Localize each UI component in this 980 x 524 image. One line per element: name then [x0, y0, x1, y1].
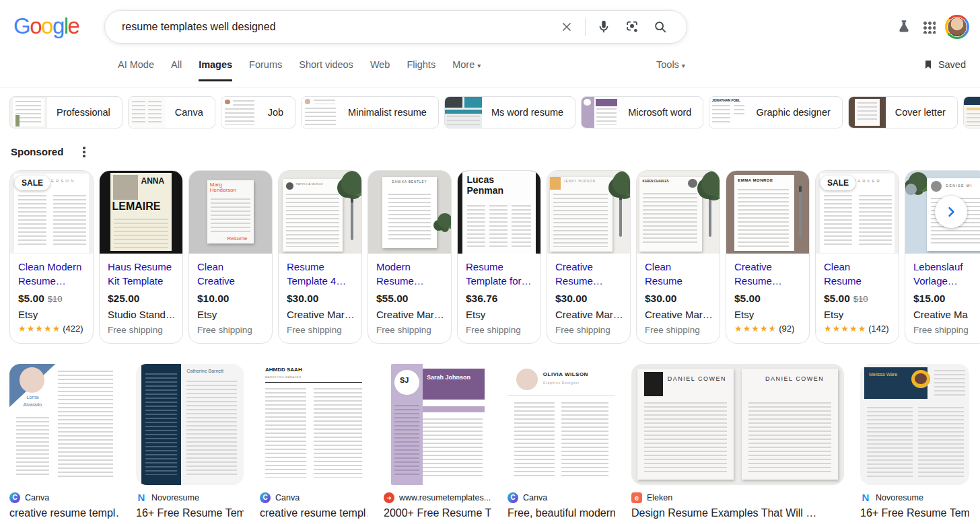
result-thumbnail[interactable]: OLIVIA WILSONGraphics Designer — [508, 364, 615, 485]
star-rating: ★★★★★ — [824, 324, 866, 334]
tab-more[interactable]: More▾ — [452, 59, 481, 81]
google-lens-icon[interactable] — [624, 19, 640, 35]
result-source[interactable]: CCanva — [260, 492, 368, 503]
tab-all[interactable]: All — [171, 59, 182, 81]
image-result[interactable]: AHMDD SAAHMARKETING MANAGERCCanvacreativ… — [260, 364, 368, 519]
result-source[interactable]: ➜www.resumetemplates.... — [384, 492, 491, 503]
tab-forums[interactable]: Forums — [249, 59, 282, 81]
site-favicon: N — [860, 492, 871, 503]
image-result[interactable]: LornaAlvaradoCCanvacreative resume templ… — [9, 364, 120, 519]
product-title-link[interactable]: Haus Resume Kit Template … — [108, 260, 174, 288]
header-right-icons — [895, 15, 969, 39]
thumb-art-rect — [964, 97, 980, 105]
search-labs-icon[interactable] — [895, 18, 913, 36]
result-source[interactable]: CCanva — [508, 492, 615, 503]
product-title-link[interactable]: Resume Template 4… — [287, 260, 353, 288]
result-title-link[interactable]: Free, beautiful modern… — [508, 507, 615, 519]
product-card[interactable]: DANIKA BENTLEYModern Resume…$55.00Creati… — [368, 170, 452, 344]
tab-label: Web — [370, 59, 390, 70]
tab-short-videos[interactable]: Short videos — [299, 59, 353, 81]
product-price: $36.76 — [466, 293, 532, 305]
related-chip-professional[interactable]: Professional — [9, 96, 123, 128]
thumb-art-rect — [967, 108, 980, 111]
header: Google resume templates well designed — [0, 0, 980, 59]
product-info: Creative Resume…$5.00Etsy★★★★★★(92) — [726, 254, 809, 342]
product-card[interactable]: EMMA MONROECreative Resume…$5.00Etsy★★★★… — [726, 170, 810, 344]
tab-flights[interactable]: Flights — [407, 59, 435, 81]
result-title-link[interactable]: 16+ Free Resume Tem… — [136, 507, 244, 519]
product-title-link[interactable]: Creative Resume… — [734, 260, 801, 288]
result-thumbnail[interactable]: AHMDD SAAHMARKETING MANAGER — [260, 364, 368, 485]
related-chip-canva[interactable]: Canva — [128, 96, 215, 128]
result-source[interactable]: NNovoresume — [860, 492, 969, 503]
result-source[interactable]: NNovoresume — [136, 492, 244, 503]
thumb-art-lines — [934, 370, 965, 397]
result-title-link[interactable]: creative resume templ… — [9, 507, 120, 519]
product-card[interactable]: PATRICIA MUNOZResume Template 4…$30.00Cr… — [278, 170, 362, 344]
image-result[interactable]: Sarah JohnsonSJ➜www.resumetemplates....2… — [384, 364, 491, 519]
image-result[interactable]: Catherine BarnettNNovoresume16+ Free Res… — [136, 364, 244, 519]
product-title-link[interactable]: Clean Creative Resume… — [197, 260, 264, 288]
related-chip-c[interactable]: C — [963, 96, 980, 128]
google-apps-icon[interactable] — [922, 20, 936, 34]
product-title-link[interactable]: Creative Resume… — [555, 260, 622, 288]
result-title-link[interactable]: 16+ Free Resume Tem… — [860, 507, 969, 519]
result-thumbnail[interactable]: LornaAlvarado — [9, 364, 120, 485]
search-input[interactable]: resume templates well designed — [105, 21, 553, 33]
result-title-link[interactable]: creative resume templ… — [260, 507, 368, 519]
result-title-link[interactable]: Design Resume Examples That Will … — [631, 507, 844, 519]
product-card[interactable]: JENNY HUDSONCreative Resume…$30.00Creati… — [547, 170, 631, 344]
product-title-link[interactable]: Clean Resume Template for… — [824, 260, 890, 288]
related-chip-cover-letter[interactable]: Cover letter — [848, 96, 958, 128]
tab-ai-mode[interactable]: AI Mode — [118, 59, 154, 81]
result-thumbnail[interactable]: Catherine Barnett — [136, 364, 244, 485]
product-card[interactable]: ANDERSONSALEClean Modern Resume…$5.00$10… — [9, 170, 94, 344]
product-title-link[interactable]: Resume Template for… — [466, 260, 532, 288]
search-submit-icon[interactable] — [652, 19, 668, 35]
tab-web[interactable]: Web — [370, 59, 390, 81]
related-chip-minimalist-resume[interactable]: Minimalist resume — [301, 96, 439, 128]
shipping-info: Free shipping — [108, 325, 174, 335]
microphone-icon[interactable] — [596, 19, 612, 35]
thumb-art-text: Alvarado — [16, 402, 49, 407]
thumb-art-lines — [859, 195, 892, 246]
product-card[interactable]: KAREN CHARLESClean Resume Template 4…$30… — [636, 170, 720, 344]
star-icon: ★ — [841, 324, 849, 334]
carousel-next-button[interactable] — [935, 196, 967, 228]
tab-label: Short videos — [299, 59, 353, 70]
product-card[interactable]: ANNALEMAIREHaus Resume Kit Template …$25… — [99, 170, 183, 344]
image-result[interactable]: Melissa WareNNovoresume16+ Free Resume T… — [860, 364, 969, 519]
star-icon: ★ — [27, 324, 36, 334]
search-box[interactable]: resume templates well designed — [104, 10, 687, 44]
result-title-link[interactable]: 2000+ Free Resume T… — [384, 507, 491, 519]
tab-images[interactable]: Images — [199, 59, 232, 81]
related-chip-job[interactable]: Job — [221, 96, 295, 128]
account-avatar[interactable] — [945, 15, 969, 39]
thumb-art-plant — [341, 171, 361, 195]
sponsored-menu-icon[interactable] — [81, 145, 87, 159]
product-card[interactable]: LucasPenmanResume Template for…$36.76Ets… — [457, 170, 541, 344]
chip-label: Professional — [47, 107, 122, 118]
result-thumbnail[interactable]: DANIEL COWENDANIEL COWEN — [631, 364, 844, 485]
product-card[interactable]: MargHendersonResumeClean Creative Resume… — [188, 170, 273, 344]
google-logo[interactable]: Google — [13, 13, 79, 39]
related-chip-graphic-designer[interactable]: JONATHAN FOELGraphic designer — [709, 96, 842, 128]
result-thumbnail[interactable]: Melissa Ware — [860, 364, 969, 485]
result-source[interactable]: CCanva — [9, 492, 120, 503]
product-title-link[interactable]: Modern Resume… — [376, 260, 443, 288]
chip-label: Job — [258, 107, 295, 118]
product-title-link[interactable]: Clean Modern Resume… — [18, 260, 85, 288]
result-source[interactable]: eEleken — [631, 492, 844, 503]
saved-button[interactable]: Saved — [923, 59, 966, 70]
product-card[interactable]: A PARKERSALEClean Resume Template for…$5… — [815, 170, 899, 344]
image-result[interactable]: OLIVIA WILSONGraphics DesignerCCanvaFree… — [508, 364, 615, 519]
product-title-link[interactable]: Clean Resume Template 4… — [645, 260, 711, 288]
related-chip-ms-word-resume[interactable]: Ms word resume — [444, 96, 575, 128]
tools-button[interactable]: Tools▾ — [656, 59, 685, 70]
image-result[interactable]: DANIEL COWENDANIEL COWENeElekenDesign Re… — [631, 364, 844, 519]
result-thumbnail[interactable]: Sarah JohnsonSJ — [384, 364, 491, 485]
product-card[interactable]: DENISE WILebenslauf Vorlage…$15.00Creati… — [905, 170, 980, 344]
related-chip-microsoft-word[interactable]: Microsoft word — [581, 96, 703, 128]
clear-search-icon[interactable] — [559, 19, 575, 35]
product-title-link[interactable]: Lebenslauf Vorlage… — [913, 260, 980, 288]
